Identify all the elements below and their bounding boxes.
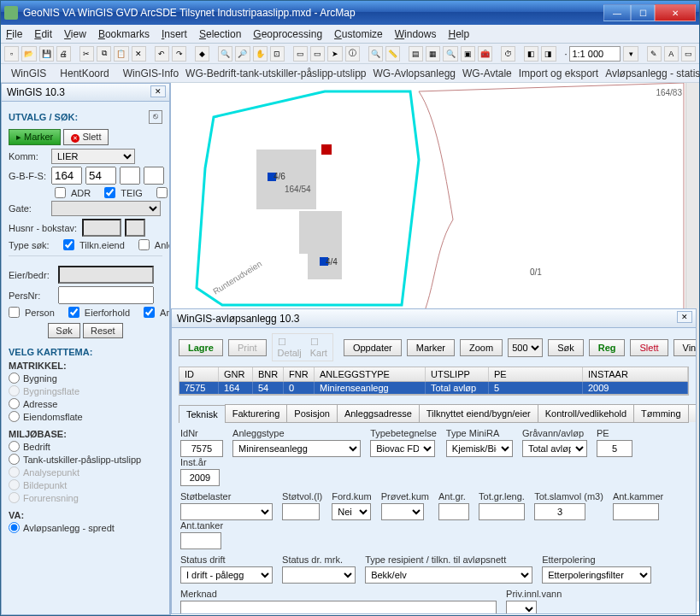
close-button[interactable]: ✕: [655, 4, 696, 21]
antgr-input[interactable]: [438, 503, 469, 520]
oppdater-button[interactable]: Oppdater: [344, 339, 402, 356]
save-icon[interactable]: 💾: [39, 46, 54, 62]
etterpol-select[interactable]: Etterpoleringsfilter: [542, 566, 651, 584]
reset-button[interactable]: Reset: [83, 323, 123, 338]
tb-wgbedrift[interactable]: WG-Bedrift-tank-utskiller-påslipp-utslip…: [185, 67, 366, 79]
tb-wgavlop[interactable]: WG-Avlopsanlegg: [373, 67, 456, 79]
lagre-button[interactable]: Lagre: [179, 339, 223, 356]
editor-toolbar-icon[interactable]: ✎: [647, 46, 662, 62]
instar-input[interactable]: [180, 469, 220, 486]
grid-body[interactable]: [179, 395, 689, 396]
copy-icon[interactable]: ⧉: [97, 46, 111, 62]
menu-windows[interactable]: Windows: [395, 28, 437, 40]
eier-input[interactable]: [58, 266, 154, 284]
maximize-button[interactable]: ☐: [631, 4, 655, 21]
grid-row-selected[interactable]: 7575 164 54 0 Minirenseanlegg Total avlø…: [179, 382, 689, 395]
clear-sel-icon[interactable]: ▭: [310, 46, 325, 62]
tb-wingis[interactable]: WinGIS: [11, 67, 46, 79]
menu-file[interactable]: FFileile: [6, 28, 22, 40]
print-icon[interactable]: 🖨: [56, 46, 71, 62]
undo-icon[interactable]: ↶: [155, 46, 169, 62]
sok-button[interactable]: Søk: [48, 323, 80, 338]
menu-geoprocessing[interactable]: Geoprocessing: [253, 28, 322, 40]
menu-bookmarks[interactable]: Bookmarks: [98, 28, 150, 40]
merknad-input[interactable]: [180, 601, 497, 613]
tb-importeksport[interactable]: Import og eksport: [519, 67, 598, 79]
open-icon[interactable]: 📂: [21, 46, 36, 62]
adresse-radio[interactable]: [9, 398, 20, 409]
marker2-button[interactable]: Marker: [407, 339, 455, 356]
stotbel-select[interactable]: [180, 503, 273, 520]
labeling-icon[interactable]: A: [664, 46, 679, 62]
person-check[interactable]: [9, 307, 20, 318]
search-window-icon[interactable]: 🔍: [443, 46, 457, 62]
python-icon[interactable]: ▣: [461, 46, 475, 62]
pan-icon[interactable]: ✋: [253, 46, 268, 62]
statusdrmrk-select[interactable]: [282, 566, 356, 584]
menu-selection[interactable]: Selection: [199, 28, 241, 40]
select-arrow-icon[interactable]: ➤: [327, 46, 342, 62]
bedrift-radio[interactable]: [9, 441, 20, 452]
identify-icon[interactable]: ⓘ: [345, 46, 360, 62]
tab-hendelse[interactable]: Hendelse/noti: [688, 404, 696, 422]
scale-input[interactable]: [569, 46, 621, 62]
minimize-button[interactable]: —: [603, 4, 631, 21]
hdr-gnr[interactable]: GNR: [219, 367, 253, 381]
anleggstype-select[interactable]: Minirenseanlegg: [232, 440, 361, 457]
tab-tilknyttet[interactable]: Tilknyttet eiend/bygn/eier: [419, 404, 538, 422]
add-data-icon[interactable]: ◆: [195, 46, 209, 62]
adr-check[interactable]: [55, 187, 66, 198]
redo-icon[interactable]: ↷: [172, 46, 186, 62]
hdr-fnr[interactable]: FNR: [284, 367, 315, 381]
cut-icon[interactable]: ✂: [79, 46, 94, 62]
toolbox-icon[interactable]: 🧰: [478, 46, 492, 62]
typeresip-select[interactable]: Bekk/elv: [365, 566, 532, 584]
tilkn-check[interactable]: [63, 239, 74, 250]
snr-input[interactable]: [144, 167, 164, 185]
anlegg2-check[interactable]: [144, 307, 155, 318]
hdr-utslipp[interactable]: UTSLIPP: [426, 367, 489, 381]
statusdrift-select[interactable]: I drift - pålegg: [180, 566, 273, 584]
tab-kontroll[interactable]: Kontroll/vedlikehold: [538, 404, 634, 422]
measure-icon[interactable]: 📏: [385, 46, 400, 62]
tab-tomming[interactable]: Tømming: [633, 404, 688, 422]
menu-help[interactable]: Help: [448, 28, 469, 40]
menu-customize[interactable]: Customize: [334, 28, 383, 40]
bokstav-input[interactable]: [125, 219, 145, 237]
misc1-icon[interactable]: ◧: [524, 46, 538, 62]
full-extent-icon[interactable]: ⊡: [270, 46, 285, 62]
tab-teknisk[interactable]: Teknisk: [179, 405, 226, 423]
tb-avlopsstat[interactable]: Avløpsanlegg - statistikk: [605, 67, 700, 79]
gate-select[interactable]: [51, 201, 161, 216]
komm-select[interactable]: LIER: [51, 149, 135, 164]
privinnl-select[interactable]: [506, 601, 537, 613]
slett2-button[interactable]: Slett: [630, 339, 668, 356]
vindu-button[interactable]: Vindu: [674, 339, 697, 356]
hdr-pe[interactable]: PE: [489, 367, 583, 381]
tab-posisjon[interactable]: Posisjon: [286, 404, 338, 422]
reg-button[interactable]: Reg: [589, 339, 626, 356]
hdr-type[interactable]: ANLEGGSTYPE: [315, 367, 426, 381]
tb-hentkoord[interactable]: HentKoord: [60, 67, 109, 79]
matr-check[interactable]: [156, 187, 168, 198]
tb-wgavtale[interactable]: WG-Avtale: [462, 67, 512, 79]
menu-insert[interactable]: Insert: [162, 28, 187, 40]
eiendomsflate-radio[interactable]: [9, 411, 20, 422]
select-icon[interactable]: ▭: [293, 46, 308, 62]
idnr-input[interactable]: [180, 440, 223, 457]
paste-icon[interactable]: 📋: [114, 46, 128, 62]
zoom-in-icon[interactable]: 🔍: [218, 46, 232, 62]
menu-edit[interactable]: Edit: [34, 28, 52, 40]
sok2-button[interactable]: Søk: [548, 339, 584, 356]
teig-check[interactable]: [104, 187, 115, 198]
time-icon[interactable]: ⏱: [501, 46, 515, 62]
antkammer-input[interactable]: [613, 503, 659, 520]
fordkum-select[interactable]: Nei: [332, 503, 371, 520]
utvalg-tool-icon[interactable]: ⎋: [149, 110, 162, 124]
totslamvol-input[interactable]: [534, 503, 585, 520]
drawing-icon[interactable]: ▭: [681, 46, 696, 62]
scale-dropdown-icon[interactable]: ▾: [623, 46, 638, 62]
husnr-input[interactable]: [82, 219, 121, 237]
typemini-select[interactable]: Kjemisk/Bio: [446, 440, 513, 457]
hdr-id[interactable]: ID: [179, 367, 219, 381]
